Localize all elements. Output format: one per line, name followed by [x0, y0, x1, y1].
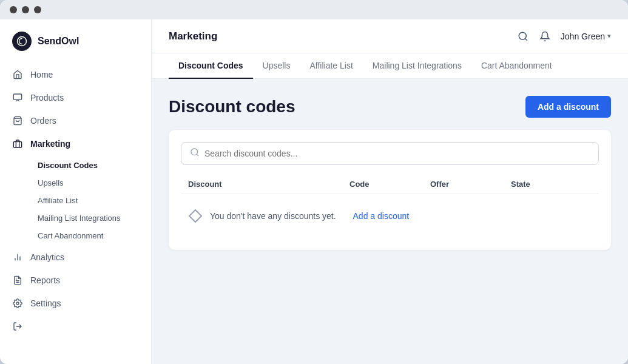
search-icon[interactable]	[517, 30, 529, 42]
title-bar	[0, 0, 628, 19]
empty-message: You don't have any discounts yet.	[210, 211, 336, 221]
sidebar: SendOwl Home Products	[0, 19, 152, 364]
search-bar	[181, 142, 599, 165]
sidebar-subitem-mailing-list[interactable]: Mailing List Integrations	[30, 209, 151, 227]
settings-icon	[12, 298, 23, 309]
sidebar-item-settings-label: Settings	[30, 298, 61, 308]
marketing-icon	[12, 138, 23, 149]
sidebar-subitem-upsells[interactable]: Upsells	[30, 174, 151, 192]
topbar-title: Marketing	[169, 30, 217, 42]
sidebar-subitem-cart-abandonment[interactable]: Cart Abandonment	[30, 227, 151, 244]
sidebar-item-marketing-label: Marketing	[30, 139, 70, 149]
logo-text: SendOwl	[38, 36, 79, 47]
topbar-actions: John Green ▾	[517, 30, 611, 42]
tab-discount-codes[interactable]: Discount Codes	[169, 53, 253, 79]
sidebar-item-home-label: Home	[30, 70, 53, 79]
sidebar-item-products-label: Products	[30, 93, 64, 103]
col-state: State	[511, 180, 592, 189]
sidebar-item-analytics-label: Analytics	[30, 252, 64, 262]
analytics-icon	[12, 252, 23, 263]
svg-point-13	[191, 149, 198, 155]
svg-point-9	[16, 302, 19, 305]
svg-rect-3	[13, 142, 21, 147]
sidebar-item-settings[interactable]: Settings	[0, 292, 151, 315]
diamond-icon	[188, 209, 203, 223]
tab-cart-abandonment[interactable]: Cart Abandonment	[471, 53, 562, 79]
search-input-icon	[190, 147, 200, 160]
sidebar-item-orders-label: Orders	[30, 116, 56, 126]
svg-marker-15	[189, 210, 201, 222]
signout-icon	[12, 321, 23, 332]
sidebar-subitem-discount-codes[interactable]: Discount Codes	[30, 157, 151, 174]
page-header: Discount codes Add a discount	[169, 96, 611, 118]
marketing-submenu: Discount Codes Upsells Affiliate List Ma…	[0, 155, 151, 246]
traffic-light-2	[22, 6, 29, 13]
traffic-light-1	[10, 6, 17, 13]
notification-icon[interactable]	[539, 30, 551, 42]
tab-affiliate-list[interactable]: Affiliate List	[300, 53, 362, 79]
traffic-light-3	[34, 6, 41, 13]
sidebar-item-orders[interactable]: Orders	[0, 109, 151, 132]
sidebar-item-reports[interactable]: Reports	[0, 269, 151, 292]
sidebar-item-signout[interactable]	[0, 315, 151, 338]
page-title: Discount codes	[169, 97, 295, 116]
col-offer: Offer	[430, 180, 511, 189]
svg-line-14	[197, 154, 198, 156]
content-area: Discount codes Add a discount Discount C…	[152, 79, 628, 364]
tab-upsells[interactable]: Upsells	[253, 53, 300, 79]
user-menu[interactable]: John Green ▾	[561, 32, 611, 41]
discount-codes-card: Discount Code Offer State You don't have…	[169, 130, 611, 250]
products-icon	[12, 92, 23, 103]
orders-icon	[12, 115, 23, 126]
col-code: Code	[349, 180, 430, 189]
logo-icon	[12, 32, 32, 51]
sidebar-item-reports-label: Reports	[30, 275, 60, 285]
svg-point-11	[519, 32, 526, 39]
empty-state: You don't have any discounts yet. Add a …	[181, 194, 599, 238]
sidebar-item-products[interactable]: Products	[0, 86, 151, 109]
reports-icon	[12, 275, 23, 286]
topbar: Marketing John Green ▾	[152, 19, 628, 53]
svg-rect-1	[13, 94, 21, 99]
main-content: Marketing John Green ▾ Discount Code	[152, 19, 628, 364]
sidebar-subitem-affiliate-list[interactable]: Affiliate List	[30, 192, 151, 209]
tab-mailing-list[interactable]: Mailing List Integrations	[363, 53, 471, 79]
sidebar-logo: SendOwl	[0, 19, 151, 61]
sidebar-nav: Home Products Orders	[0, 61, 151, 364]
add-discount-button[interactable]: Add a discount	[525, 96, 611, 118]
search-input[interactable]	[204, 149, 590, 158]
sidebar-item-marketing[interactable]: Marketing	[0, 132, 151, 155]
user-name-text: John Green	[561, 32, 605, 41]
table-header: Discount Code Offer State	[181, 175, 599, 194]
sidebar-item-analytics[interactable]: Analytics	[0, 246, 151, 269]
tabs-bar: Discount Codes Upsells Affiliate List Ma…	[152, 53, 628, 79]
col-discount: Discount	[188, 180, 349, 189]
chevron-down-icon: ▾	[607, 32, 611, 40]
home-icon	[12, 69, 23, 80]
app-body: SendOwl Home Products	[0, 19, 628, 364]
empty-add-link[interactable]: Add a discount	[353, 211, 410, 221]
sidebar-item-home[interactable]: Home	[0, 63, 151, 86]
svg-line-12	[525, 38, 527, 40]
app-window: SendOwl Home Products	[0, 0, 628, 364]
